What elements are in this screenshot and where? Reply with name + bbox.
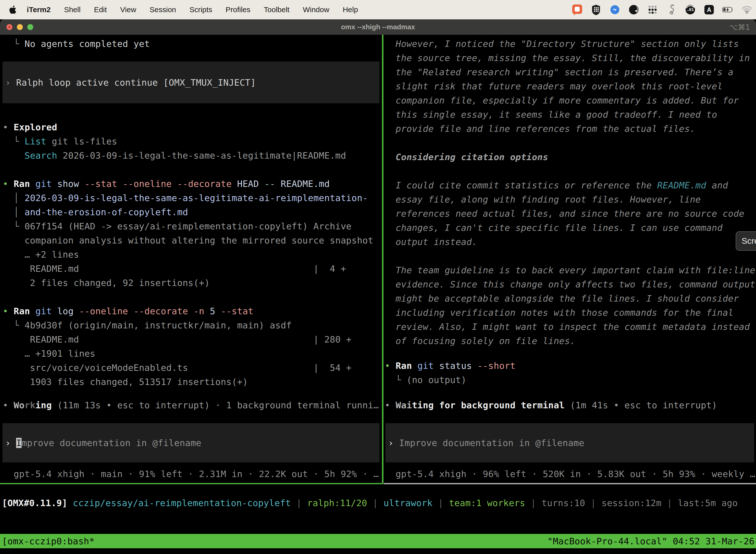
menu-item-scripts[interactable]: Scripts xyxy=(189,5,212,14)
waiting-status-line: • Waiting for background terminal (1m 41… xyxy=(385,398,756,412)
menu-status-icons: ..61 A xyxy=(571,4,753,15)
svg-text:A: A xyxy=(707,6,711,13)
prompt-text: › Improve documentation in @filename xyxy=(385,436,584,450)
model-status-line: gpt-5.4 xhigh · 96% left · 520K in · 5.8… xyxy=(385,467,756,481)
commit-filename-line: │ and-the-erosion-of-copyleft.md xyxy=(3,205,382,219)
working-status-line: • Working (11m 13s • esc to interrupt) ·… xyxy=(3,398,382,412)
commit-filename-line: │ 2026-03-09-is-legal-the-same-as-legiti… xyxy=(3,191,382,205)
traffic-lights xyxy=(6,24,33,30)
apple-menu-icon[interactable] xyxy=(9,5,17,14)
commit-message-line: └ 067f154 (HEAD -> essay/ai-reimplementa… xyxy=(3,219,382,233)
battery-icon[interactable] xyxy=(722,4,734,15)
menu-item-profiles[interactable]: Profiles xyxy=(226,5,250,14)
diffstat-summary-line: 1903 files changed, 513517 insertions(+) xyxy=(3,375,382,389)
prompt-input-left-bottom[interactable]: › Improve documentation in @filename xyxy=(2,423,379,462)
crescent-icon[interactable] xyxy=(628,4,639,15)
commit-message-line: companion analysis without altering the … xyxy=(3,233,382,247)
close-button[interactable] xyxy=(6,24,12,30)
agents-status-line: └ No agents completed yet xyxy=(3,37,382,51)
menu-item-shell[interactable]: Shell xyxy=(64,5,81,14)
screen-tooltip: Scre xyxy=(736,231,756,251)
thinking-paragraph: essay file, along with finding root file… xyxy=(385,192,756,249)
prompt-input-left-top[interactable]: › Ralph loop active continue [OMX_TMUX_I… xyxy=(2,62,379,103)
commit-message-line: └ 4b9d30f (origin/main, instructkr/main,… xyxy=(3,318,382,332)
thinking-heading: Considering citation options xyxy=(385,150,756,164)
prompt-input-right[interactable]: › Improve documentation in @filename xyxy=(385,423,754,462)
menu-item-view[interactable]: View xyxy=(120,5,136,14)
diffstat-line: README.md | 280 + xyxy=(3,332,382,346)
no-output-line: └ (no output) xyxy=(385,373,756,387)
diffstat-line: src/voice/voiceModeEnabled.ts | 54 + xyxy=(3,361,382,375)
truncation-line: … +2 lines xyxy=(3,247,382,262)
left-pane-bottom-border xyxy=(0,483,383,484)
truncation-line: … +1901 lines xyxy=(3,346,382,361)
list-command-line: └ List git ls-files xyxy=(3,134,382,149)
menu-items: iTerm2ShellEditViewSessionScriptsProfile… xyxy=(27,5,358,14)
prompt-text-with-cursor: › Improve documentation in @filename xyxy=(2,436,201,450)
chat-bubble-icon[interactable] xyxy=(571,4,583,15)
tmux-host-clock: "MacBook-Pro-44.local" 04:52 31-Mar-26 xyxy=(548,536,756,546)
thinking-line-with-link: I could cite commit statistics or refere… xyxy=(385,178,756,192)
left-terminal-pane[interactable]: └ No agents completed yet › Ralph loop a… xyxy=(0,35,382,483)
screen: iTerm2ShellEditViewSessionScriptsProfile… xyxy=(0,0,756,554)
zoom-button[interactable] xyxy=(27,24,33,30)
diffstat-summary-line: 2 files changed, 92 insertions(+) xyxy=(3,276,382,290)
ran-git-show-line: • Ran git show --stat --oneline --decora… xyxy=(3,177,382,191)
verified-badge-icon[interactable] xyxy=(609,4,621,15)
minimize-button[interactable] xyxy=(17,24,23,30)
ran-git-status-line: • Ran git status --short xyxy=(385,359,756,373)
tmux-status-bar: [omx-cczip0:bash* "MacBook-Pro-44.local"… xyxy=(0,534,756,548)
hook-icon[interactable] xyxy=(666,4,677,15)
macos-menu-bar: iTerm2ShellEditViewSessionScriptsProfile… xyxy=(0,0,756,19)
window-title: omx --xhigh --madmax xyxy=(341,23,415,31)
dots-grid-icon[interactable] xyxy=(647,4,658,15)
git-log-block: • Ran git log --oneline --decorate -n 5 … xyxy=(3,304,382,389)
omx-status-line: [OMX#0.11.9] cczip/essay/ai-reimplementa… xyxy=(2,496,756,510)
menu-item-window[interactable]: Window xyxy=(303,5,329,14)
git-status-block: • Ran git status --short └ (no output) xyxy=(385,359,756,387)
diffstat-line: README.md | 4 + xyxy=(3,262,382,276)
thinking-block: However, I noticed the "Directory Struct… xyxy=(385,37,756,348)
grid-shield-icon[interactable] xyxy=(590,4,602,15)
wifi-icon[interactable] xyxy=(741,4,753,15)
percent-badge-text: ..61 xyxy=(687,7,694,12)
menu-item-iterm2[interactable]: iTerm2 xyxy=(27,5,51,14)
right-pane-bottom-border xyxy=(383,483,756,484)
prompt-text: › Ralph loop active continue [OMX_TMUX_I… xyxy=(2,75,256,90)
menu-item-edit[interactable]: Edit xyxy=(94,5,107,14)
ran-git-log-line: • Ran git log --oneline --decorate -n 5 … xyxy=(3,304,382,318)
input-source-icon[interactable]: A xyxy=(703,4,715,15)
thinking-paragraph: However, I noticed the "Directory Struct… xyxy=(385,37,756,136)
explored-block: • Explored └ List git ls-files Search 20… xyxy=(3,120,382,290)
thinking-paragraph: The team guideline is to back every impo… xyxy=(385,263,756,348)
menu-item-help[interactable]: Help xyxy=(343,5,358,14)
menu-item-session[interactable]: Session xyxy=(149,5,176,14)
tmux-session-label: [omx-cczip0:bash* xyxy=(0,536,95,546)
model-status-line: gpt-5.4 xhigh · main · 91% left · 2.31M … xyxy=(3,467,382,481)
right-terminal-pane[interactable]: However, I noticed the "Directory Struct… xyxy=(383,35,756,483)
menu-item-toolbelt[interactable]: Toolbelt xyxy=(264,5,290,14)
explored-header: • Explored xyxy=(3,120,382,134)
percent-badge-icon[interactable]: ..61 xyxy=(685,4,696,15)
window-shortcut: ⌥⌘1 xyxy=(729,23,750,32)
terminal: └ No agents completed yet › Ralph loop a… xyxy=(0,35,756,554)
search-command-line: Search 2026-03-09-is-legal-the-same-as-l… xyxy=(3,149,382,163)
window-title-bar: omx --xhigh --madmax ⌥⌘1 xyxy=(0,19,756,35)
